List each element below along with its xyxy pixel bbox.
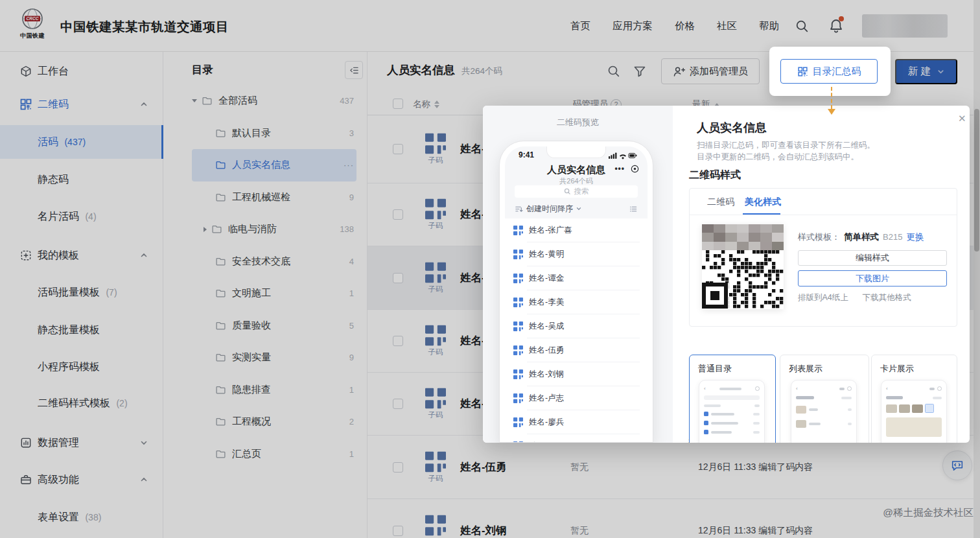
sidebar-item-form-settings[interactable]: 表单设置 (38) — [0, 500, 163, 534]
phone-list-item[interactable]: 姓名-周春 — [505, 434, 648, 442]
qr-blurred-header — [702, 224, 784, 250]
nav-home[interactable]: 首页 — [570, 19, 590, 33]
mini-preview-list: ‹ — [791, 380, 857, 443]
capsule-target-icon[interactable] — [631, 165, 639, 173]
feedback-chat-button[interactable] — [942, 450, 972, 480]
sidebar-item-style-template[interactable]: 二维码样式模板 (2) — [0, 386, 163, 420]
code-name[interactable]: 姓名- — [460, 334, 485, 348]
scan-style-card-cards[interactable]: 卡片展示 ‹ — [871, 355, 957, 443]
row-checkbox[interactable] — [393, 399, 403, 409]
edit-style-button[interactable]: 编辑样式 — [798, 250, 947, 266]
row-checkbox[interactable] — [393, 462, 403, 473]
directory-item-quality[interactable]: 质量验收 5 — [192, 310, 356, 342]
sidebar-item-live-codes[interactable]: 活码 (437) — [0, 125, 163, 159]
phone-list-item[interactable]: 姓名-张广喜 — [505, 218, 648, 242]
notification-bell-icon[interactable] — [828, 18, 844, 34]
nav-pricing[interactable]: 价格 — [675, 19, 695, 33]
scan-style-card-directory[interactable]: 普通目录 ‹ — [689, 355, 776, 443]
download-other-link[interactable]: 下载其他格式 — [863, 292, 911, 303]
directory-item-hazard[interactable]: 隐患排查 1 — [192, 374, 356, 406]
row-checkbox[interactable] — [393, 144, 403, 154]
directory-item-realname-info[interactable]: 人员实名信息 ··· — [192, 149, 356, 181]
download-image-button[interactable]: 下载图片 — [798, 270, 947, 287]
directory-item-civilized[interactable]: 文明施工 1 — [192, 277, 356, 310]
code-manager: 暂无 — [570, 525, 589, 537]
directory-item-safety[interactable]: 安全技术交底 4 — [192, 246, 356, 278]
chevron-down-icon — [576, 205, 582, 212]
user-account-blurred[interactable] — [862, 14, 948, 38]
filter-funnel-icon[interactable] — [633, 64, 647, 78]
code-name[interactable]: 姓名- — [460, 271, 485, 285]
sidebar-item-card-codes[interactable]: 名片活码 (4) — [0, 200, 163, 233]
list-view-icon[interactable] — [629, 205, 638, 213]
row-checkbox[interactable] — [393, 336, 403, 346]
phone-list-item[interactable]: 姓名-李美 — [505, 290, 648, 314]
search-placeholder: 搜索 — [574, 187, 589, 196]
sort-icons[interactable] — [434, 100, 439, 108]
phone-list-item[interactable]: 姓名-廖兵 — [505, 410, 648, 434]
sort-order-label[interactable]: 创建时间降序 — [526, 204, 573, 215]
directory-item-count: 1 — [349, 385, 356, 395]
add-manager-button[interactable]: 添加码管理员 — [661, 58, 760, 84]
table-row[interactable]: 子码 姓名-伍勇 暂无 12月6日 11:33 编辑了码内容 — [368, 436, 980, 499]
sidebar-item-live-batch-template[interactable]: 活码批量模板 (7) — [0, 275, 163, 309]
change-template-link[interactable]: 更换 — [906, 231, 924, 243]
sidebar-item-workbench[interactable]: 工作台 — [0, 56, 163, 87]
code-name[interactable]: 姓名-伍勇 — [460, 460, 507, 474]
create-new-button[interactable]: 新建 — [895, 59, 957, 84]
directory-item-power-fire[interactable]: 临电与消防 138 — [192, 213, 356, 246]
caret-down-icon[interactable] — [192, 99, 197, 102]
more-dots-icon[interactable]: ••• — [614, 164, 625, 173]
layout-a4-link[interactable]: 排版到A4纸上 — [798, 292, 848, 303]
code-name[interactable]: 姓名- — [460, 397, 485, 411]
nav-solutions[interactable]: 应用方案 — [612, 19, 653, 33]
directory-item-all[interactable]: 全部活码 437 — [192, 85, 356, 117]
page-scrollbar-thumb[interactable] — [974, 109, 979, 251]
phone-list-item[interactable]: 姓名-刘钢 — [505, 362, 648, 386]
svg-text:CRCC: CRCC — [27, 16, 39, 21]
code-name[interactable]: 姓名-刘钢 — [460, 524, 507, 538]
close-icon[interactable]: ✕ — [958, 113, 966, 124]
search-icon[interactable] — [795, 19, 810, 34]
directory-item-overview[interactable]: 工程概况 2 — [192, 406, 356, 438]
phone-search-bar[interactable]: 搜索 — [515, 185, 638, 198]
search-icon[interactable] — [607, 64, 621, 78]
directory-summary-code-button[interactable]: 目录汇总码 — [780, 59, 878, 84]
phone-list-item[interactable]: 姓名-伍勇 — [505, 338, 648, 362]
collapse-panel-icon[interactable] — [345, 61, 363, 79]
caret-right-icon[interactable] — [204, 227, 207, 232]
tab-beautify[interactable]: 美化样式 — [745, 196, 781, 208]
page-scrollbar-track[interactable] — [974, 0, 980, 538]
sidebar-item-label: 静态批量模板 — [38, 323, 100, 337]
tab-qrcode[interactable]: 二维码 — [707, 196, 734, 208]
directory-item-default[interactable]: 默认目录 3 — [192, 117, 356, 150]
sidebar-item-static-batch-template[interactable]: 静态批量模板 — [0, 313, 163, 347]
sidebar-item-advanced[interactable]: 高级功能 — [0, 464, 163, 495]
sidebar-item-label: 活码批量模板 — [38, 287, 100, 298]
directory-item-label: 质量验收 — [232, 320, 271, 332]
phone-list-item[interactable]: 姓名-吴成 — [505, 314, 648, 338]
row-checkbox[interactable] — [393, 526, 403, 536]
sidebar-item-static-codes[interactable]: 静态码 — [0, 163, 163, 196]
directory-item-summary[interactable]: 汇总页 1 — [192, 438, 356, 471]
subcode-tag: 子码 — [421, 284, 450, 294]
more-actions-icon[interactable]: ··· — [344, 160, 356, 170]
directory-item-machinery[interactable]: 工程机械巡检 9 — [192, 181, 356, 214]
scan-style-card-list[interactable]: 列表展示 ‹ — [780, 355, 869, 443]
phone-list-item[interactable]: 姓名-黄明 — [505, 242, 648, 266]
sidebar-item-qrcode[interactable]: 二维码 — [0, 89, 163, 120]
row-checkbox[interactable] — [393, 273, 403, 283]
directory-item-measure[interactable]: 实测实量 9 — [192, 342, 356, 374]
code-name[interactable]: 姓名- — [460, 142, 485, 156]
sidebar-item-data-management[interactable]: 数据管理 — [0, 427, 163, 458]
nav-help[interactable]: 帮助 — [759, 19, 779, 33]
nav-community[interactable]: 社区 — [717, 19, 737, 33]
phone-list-item[interactable]: 姓名-谭金 — [505, 266, 648, 290]
sidebar-item-my-templates[interactable]: 我的模板 — [0, 240, 163, 271]
row-checkbox[interactable] — [393, 209, 403, 220]
column-name[interactable]: 名称 — [413, 99, 439, 110]
select-all-checkbox[interactable] — [393, 99, 403, 109]
code-name[interactable]: 姓名- — [460, 207, 485, 222]
phone-list-item[interactable]: 姓名-卢志 — [505, 386, 648, 410]
sidebar-item-miniapp-template[interactable]: 小程序码模板 — [0, 350, 163, 384]
